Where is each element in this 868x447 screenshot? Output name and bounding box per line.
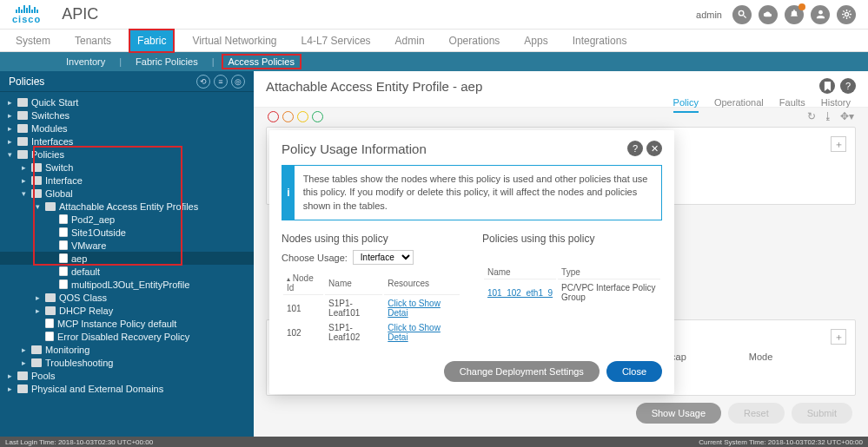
col-node-id[interactable]: ▴ Node Id [283,272,323,295]
tree-item-label: Policies [31,149,64,160]
chevron-right-icon[interactable]: ▸ [5,371,14,380]
tree-item[interactable]: ▸Switch [0,161,254,174]
tree-item[interactable]: ▸Quick Start [0,95,254,108]
tree-item[interactable]: ▸QOS Class [0,291,254,304]
tree-expand-icon[interactable]: ⟲ [196,75,210,89]
col-pol-type[interactable]: Type [558,266,660,279]
tree-item[interactable]: ▾Global [0,187,254,200]
chevron-right-icon[interactable]: ▸ [33,293,42,302]
chevron-down-icon[interactable]: ▾ [33,202,42,211]
nav-admin[interactable]: Admin [388,30,432,51]
chevron-right-icon[interactable]: ▸ [19,163,28,172]
change-deployment-button[interactable]: Change Deployment Settings [444,361,600,382]
tree-item[interactable]: VMware [0,239,254,252]
chevron-right-icon[interactable]: ▸ [5,98,14,107]
tree-item-label: Site1Outside [71,227,126,238]
tree-item[interactable]: ▾Policies [0,148,254,161]
fault-major-icon[interactable] [282,111,294,122]
fault-minor-icon[interactable] [297,111,308,122]
show-usage-button[interactable]: Show Usage [636,403,721,424]
refresh-icon[interactable]: ↻ [807,110,816,122]
info-icon: i [282,166,295,220]
show-details-link[interactable]: Click to Show Detai [384,321,460,344]
tree-item[interactable]: ▸Troubleshooting [0,356,254,369]
tree-item[interactable]: Pod2_aep [0,213,254,226]
nav-fabric[interactable]: Fabric [129,29,175,53]
choose-usage-select[interactable]: Interface [353,250,414,265]
fault-critical-icon[interactable] [268,111,279,122]
close-button[interactable]: Close [606,361,662,382]
chevron-down-icon[interactable]: ▾ [19,189,28,198]
tree-item[interactable]: multipodL3Out_EntityProfile [0,278,254,291]
tree-item[interactable]: ▸Pools [0,369,254,382]
info-message: These tables show the nodes where this p… [295,166,661,220]
tree-item[interactable]: ▸Interface [0,174,254,187]
modal-help-icon[interactable]: ? [627,141,643,156]
reset-button[interactable]: Reset [728,403,785,424]
person-icon[interactable] [811,5,830,24]
policy-link[interactable]: 101_102_eth1_9 [484,281,556,304]
nav-l4-l7[interactable]: L4-L7 Services [295,30,378,51]
col-pol-name[interactable]: Name [484,266,556,279]
chevron-right-icon[interactable]: ▸ [5,385,14,393]
user-label[interactable]: admin [696,10,722,20]
show-details-link[interactable]: Click to Show Detai [384,297,460,319]
tree-item-label: Pod2_aep [71,214,115,225]
download-icon[interactable]: ⭳ [823,110,833,122]
nav-integrations[interactable]: Integrations [566,30,634,51]
tree-item[interactable]: ▸Monitoring [0,343,254,356]
search-icon[interactable] [732,5,752,24]
tools-icon[interactable]: ✥▾ [840,110,854,122]
col-resources[interactable]: Resources [384,272,460,295]
tree-item[interactable]: ▸Switches [0,108,254,122]
chevron-right-icon[interactable]: ▸ [19,176,28,185]
chevron-right-icon[interactable]: ▸ [5,137,14,146]
last-login-time: Last Login Time: 2018-10-03T02:30 UTC+00… [5,438,153,446]
tree-item-label: Switches [31,110,70,121]
chevron-right-icon[interactable]: ▸ [19,345,28,354]
tree-item[interactable]: Site1Outside [0,226,254,239]
tree-item-label: Physical and External Domains [31,384,163,394]
nav-system[interactable]: System [9,30,57,51]
col-mode: Mode [749,352,839,362]
tree-item[interactable]: MCP Instance Policy default [0,317,254,330]
gear-icon[interactable] [837,5,856,24]
nav-operations[interactable]: Operations [442,30,507,51]
chevron-down-icon[interactable]: ▾ [5,150,14,159]
nav-tenants[interactable]: Tenants [68,30,118,51]
chevron-right-icon[interactable]: ▸ [5,124,14,133]
folder-icon [17,137,28,146]
col-node-name[interactable]: Name [325,272,382,295]
tree-item[interactable]: ▸DHCP Relay [0,304,254,317]
subnav-access-policies[interactable]: Access Policies [222,54,301,69]
tree-item[interactable]: ▸Modules [0,122,254,135]
close-icon[interactable]: ✕ [646,141,662,156]
add-epg-button[interactable]: ＋ [831,329,846,345]
fault-ok-icon[interactable] [312,111,323,122]
chevron-right-icon[interactable]: ▸ [19,358,28,367]
submit-button[interactable]: Submit [792,403,852,424]
nav-virtual-networking[interactable]: Virtual Networking [185,30,283,51]
tree-item[interactable]: default [0,265,254,278]
help-icon[interactable]: ? [840,78,856,94]
nav-apps[interactable]: Apps [517,30,554,51]
tree-item[interactable]: ▸Interfaces [0,135,254,148]
tree-lens-icon[interactable]: ◎ [231,75,245,89]
add-property-button[interactable]: ＋ [831,136,846,152]
subnav-inventory[interactable]: Inventory [59,54,112,69]
tree-item[interactable]: ▸Physical and External Domains [0,382,254,395]
tree-item[interactable]: Error Disabled Recovery Policy [0,330,254,343]
tree-item[interactable]: ▾Attachable Access Entity Profiles [0,200,254,213]
alerts-icon[interactable] [785,5,804,24]
bookmark-icon[interactable] [819,78,835,94]
chevron-right-icon[interactable]: ▸ [33,306,42,315]
svg-line-10 [849,10,850,11]
cloud-icon[interactable] [759,5,778,24]
tree-item[interactable]: aep [0,252,254,265]
subnav-fabric-policies[interactable]: Fabric Policies [129,54,205,69]
tree-filter-icon[interactable]: ≡ [214,75,228,89]
doc-icon [45,319,54,328]
sidebar: Policies ⟲ ≡ ◎ ▸Quick Start▸Switches▸Mod… [0,71,254,437]
main-nav: System Tenants Fabric Virtual Networking… [0,30,868,52]
chevron-right-icon[interactable]: ▸ [5,111,14,120]
